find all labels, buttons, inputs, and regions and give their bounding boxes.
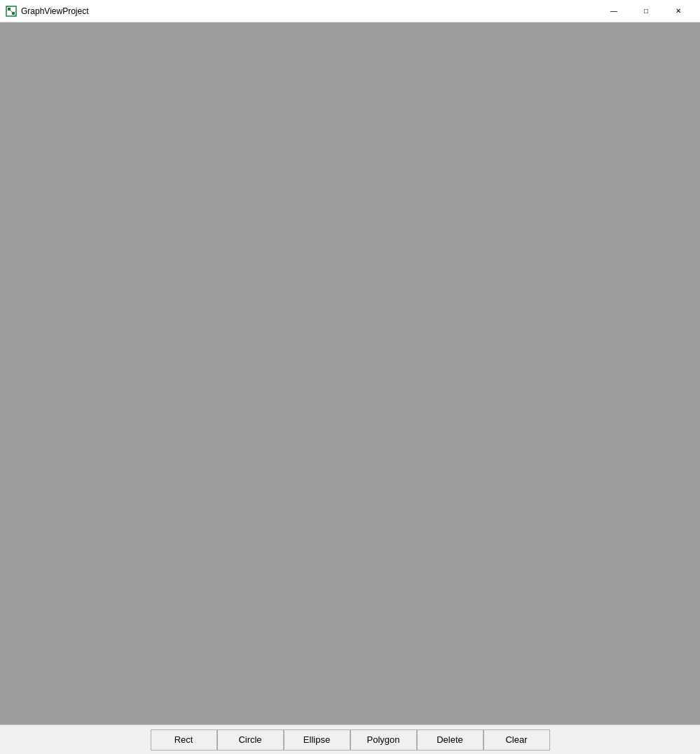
title-left: GraphViewProject [6, 6, 89, 17]
circle-button[interactable]: Circle [217, 729, 284, 750]
toolbar: RectCircleEllipsePolygonDeleteClear [0, 725, 700, 754]
rect-button[interactable]: Rect [151, 729, 217, 750]
clear-button[interactable]: Clear [483, 729, 550, 750]
svg-line-3 [9, 9, 13, 13]
window-title: GraphViewProject [21, 6, 89, 16]
ellipse-button[interactable]: Ellipse [284, 729, 350, 750]
title-bar: GraphViewProject — □ ✕ [0, 0, 700, 22]
close-button[interactable]: ✕ [662, 0, 694, 22]
delete-button[interactable]: Delete [417, 729, 483, 750]
window-controls: — □ ✕ [598, 0, 694, 22]
minimize-button[interactable]: — [598, 0, 630, 22]
app-icon [6, 6, 17, 17]
polygon-button[interactable]: Polygon [350, 729, 417, 750]
maximize-button[interactable]: □ [630, 0, 662, 22]
canvas-area[interactable] [0, 22, 700, 725]
